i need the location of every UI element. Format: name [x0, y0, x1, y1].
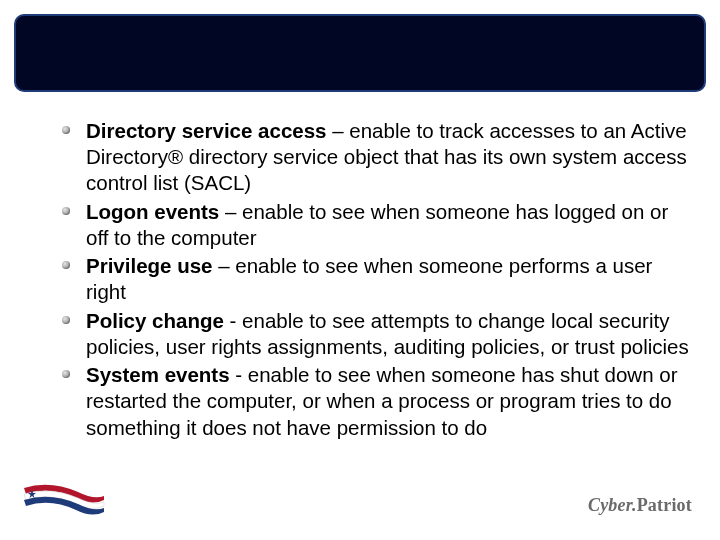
bullet-term: Directory service access: [86, 119, 327, 142]
bullet-term: Privilege use: [86, 254, 212, 277]
list-item: Logon events – enable to see when someon…: [54, 199, 690, 251]
content-area: Directory service access – enable to tra…: [54, 118, 690, 443]
bullet-term: Logon events: [86, 200, 219, 223]
footer-brand: Cyber.Patriot: [588, 495, 692, 516]
bullet-sep: -: [224, 309, 242, 332]
list-item: Policy change - enable to see attempts t…: [54, 308, 690, 360]
bullet-sep: –: [327, 119, 350, 142]
slide: Directory service access – enable to tra…: [0, 0, 720, 540]
bullet-sep: -: [230, 363, 248, 386]
bullet-sep: –: [212, 254, 235, 277]
logo-flag-icon: [20, 478, 108, 522]
title-bar: [14, 14, 706, 92]
list-item: Privilege use – enable to see when someo…: [54, 253, 690, 305]
bullet-term: System events: [86, 363, 230, 386]
list-item: Directory service access – enable to tra…: [54, 118, 690, 197]
bullet-sep: –: [219, 200, 242, 223]
brand-part-a: Cyber.: [588, 495, 637, 515]
brand-part-b: Patriot: [637, 495, 692, 515]
list-item: System events - enable to see when someo…: [54, 362, 690, 441]
bullet-term: Policy change: [86, 309, 224, 332]
bullet-list: Directory service access – enable to tra…: [54, 118, 690, 441]
